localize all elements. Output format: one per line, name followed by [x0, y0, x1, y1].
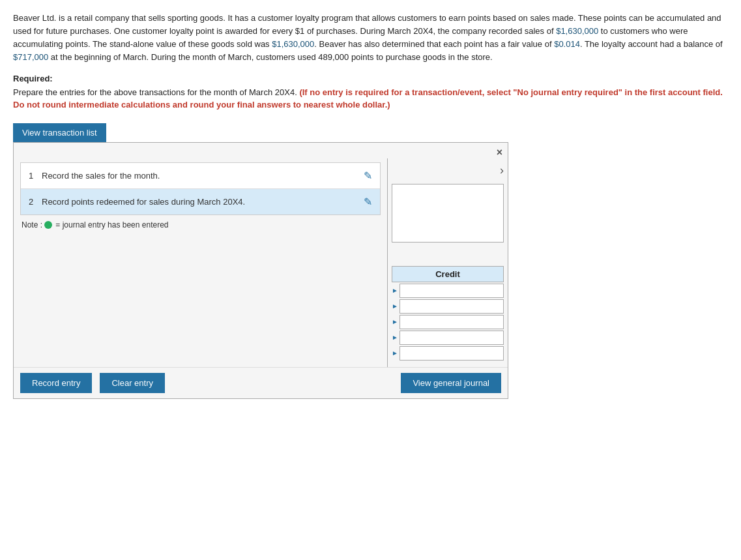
view-transaction-button[interactable]: View transaction list — [13, 123, 106, 142]
edit-icon-1[interactable]: ✎ — [364, 169, 372, 182]
triangle-icon-3: ► — [392, 318, 398, 325]
required-section: Required: Prepare the entries for the ab… — [13, 74, 728, 111]
transaction-desc-1: Record the sales for the month. — [42, 171, 358, 181]
credit-row-1: ► — [392, 284, 504, 298]
chevron-right-icon[interactable]: › — [500, 164, 504, 177]
transaction-num-2: 2 — [29, 197, 42, 207]
panel-inner: 1 Record the sales for the month. ✎ 2 Re… — [14, 158, 508, 367]
bottom-buttons: Record entry Clear entry View general jo… — [14, 367, 508, 398]
note-area: Note : = journal entry has been entered — [14, 215, 387, 235]
credit-input-2[interactable] — [400, 299, 504, 314]
credit-area: Credit ► ► ► ► ► — [392, 266, 504, 362]
transaction-list: 1 Record the sales for the month. ✎ 2 Re… — [20, 162, 381, 215]
credit-input-3[interactable] — [400, 315, 504, 329]
credit-header: Credit — [392, 266, 504, 282]
triangle-icon-4: ► — [392, 334, 398, 341]
description-paragraph: Beaver Ltd. is a retail company that sel… — [13, 12, 728, 65]
desc-balance: $717,000 — [13, 52, 48, 62]
right-section: › Credit ► ► ► — [387, 158, 508, 367]
note-text: = journal entry has been entered — [55, 220, 168, 229]
green-dot-icon — [44, 221, 52, 229]
transaction-row-1: 1 Record the sales for the month. ✎ — [21, 163, 380, 189]
transaction-desc-2: Record points redeemed for sales during … — [42, 197, 358, 207]
credit-input-5[interactable] — [400, 346, 504, 361]
desc-text-4: . The loyalty account had a balance of — [580, 39, 723, 49]
instruction-plain: Prepare the entries for the above transa… — [13, 87, 297, 97]
desc-amount-2: $1,630,000 — [272, 39, 314, 49]
credit-input-4[interactable] — [400, 331, 504, 345]
triangle-icon-2: ► — [392, 302, 398, 310]
panel-topbar: × — [14, 143, 508, 158]
desc-text-3: . Beaver has also determined that each p… — [314, 39, 554, 49]
note-label: Note : — [22, 220, 44, 229]
close-button[interactable]: × — [497, 147, 502, 158]
credit-input-1[interactable] — [400, 284, 504, 298]
main-panel: × 1 Record the sales for the month. ✎ 2 … — [13, 142, 508, 399]
desc-fair-value: $0.014 — [554, 39, 580, 49]
triangle-icon-1: ► — [392, 287, 398, 294]
credit-row-3: ► — [392, 315, 504, 329]
transaction-list-section: 1 Record the sales for the month. ✎ 2 Re… — [14, 158, 387, 367]
desc-amount-1: $1,630,000 — [556, 26, 598, 36]
credit-row-2: ► — [392, 299, 504, 314]
transaction-row-2: 2 Record points redeemed for sales durin… — [21, 189, 380, 214]
view-transaction-wrapper: View transaction list — [13, 123, 728, 142]
required-instruction: Prepare the entries for the above transa… — [13, 86, 728, 111]
view-general-journal-button[interactable]: View general journal — [401, 373, 501, 393]
required-label: Required: — [13, 74, 728, 83]
record-entry-button[interactable]: Record entry — [20, 373, 92, 393]
clear-entry-button[interactable]: Clear entry — [100, 373, 165, 393]
transaction-num-1: 1 — [29, 171, 42, 181]
desc-text-5: at the beginning of March. During the mo… — [48, 52, 492, 62]
journal-entry-top-area — [392, 184, 504, 243]
credit-row-5: ► — [392, 346, 504, 361]
credit-row-4: ► — [392, 331, 504, 345]
edit-icon-2[interactable]: ✎ — [364, 196, 372, 208]
triangle-icon-5: ► — [392, 349, 398, 357]
